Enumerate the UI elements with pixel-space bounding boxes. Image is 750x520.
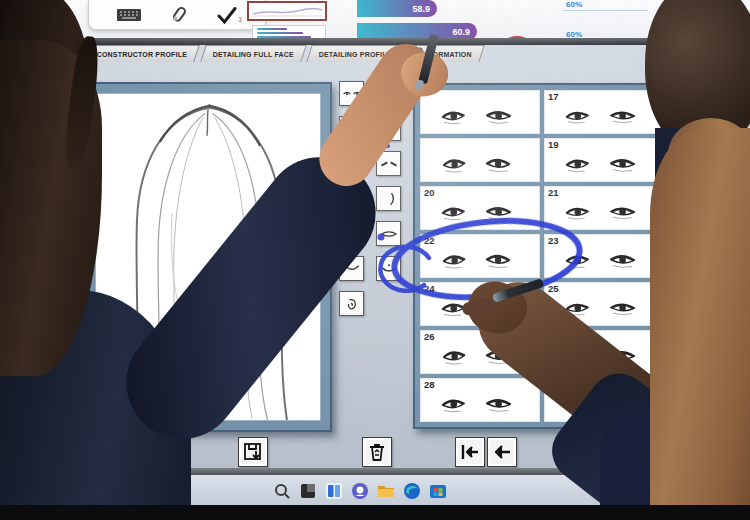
task-view-icon[interactable] <box>298 481 318 501</box>
right-woman-hair <box>650 128 750 520</box>
eye-option-cell[interactable]: 23 <box>544 234 664 278</box>
tab-constructor-profile[interactable]: CONSTRUCTOR PROFILE <box>84 45 200 62</box>
smile-tool-button[interactable] <box>376 256 401 281</box>
eyes-sketch <box>552 247 657 273</box>
eye-option-cell[interactable] <box>420 138 540 182</box>
eye-option-cell[interactable] <box>420 90 540 134</box>
keyboard-icon[interactable] <box>116 7 142 23</box>
whiteboard-annotation-toolbar <box>88 0 266 30</box>
bar-value-label: 58.9 <box>412 4 430 14</box>
cell-number: 26 <box>424 331 435 342</box>
cell-number: 24 <box>424 283 435 294</box>
first-page-button[interactable] <box>455 437 485 467</box>
cheek-line-tool-button[interactable] <box>376 186 401 211</box>
cheek-line-icon <box>379 191 399 207</box>
bar-value-label: 60.9 <box>452 27 470 37</box>
lips-shape-icon <box>379 226 399 242</box>
eyes-sketch <box>428 103 533 129</box>
eyes-sketch <box>428 391 533 417</box>
cell-number: 22 <box>424 235 435 246</box>
eye-option-cell[interactable]: 21 <box>544 186 664 230</box>
previous-page-icon <box>491 441 513 463</box>
eyes-sketch <box>430 246 532 273</box>
window-divider <box>0 38 750 45</box>
eye-option-cell[interactable]: 22 <box>420 234 540 278</box>
cell-number: 17 <box>548 91 559 102</box>
slide-number: 3 <box>238 16 242 23</box>
first-page-icon <box>459 441 481 463</box>
cell-number: 21 <box>548 187 559 198</box>
eyes-sketch <box>552 104 657 127</box>
eyes-sketch <box>552 200 657 223</box>
eyes-sketch <box>552 151 657 177</box>
eyes-sketch <box>428 199 533 225</box>
teams-icon[interactable] <box>350 481 370 501</box>
eyes-sketch <box>430 150 532 177</box>
cell-number: 20 <box>424 187 435 198</box>
smile-icon <box>379 261 399 277</box>
percent-label: 60% <box>566 0 626 9</box>
delete-button[interactable] <box>362 437 392 467</box>
cell-number: 28 <box>424 379 435 390</box>
eraser-icon[interactable] <box>169 5 189 25</box>
edge-icon[interactable] <box>402 481 422 501</box>
cell-number: 25 <box>548 283 559 294</box>
eye-option-cell[interactable]: 28 <box>420 378 540 422</box>
file-explorer-icon[interactable] <box>376 481 396 501</box>
gradient-bar-1: 58.9 <box>357 0 437 17</box>
touchscreen-photo: 58.9 60.9 60% 60% 3 <box>0 0 750 520</box>
save-button[interactable] <box>238 437 268 467</box>
slide-thumbnail-line-chart[interactable] <box>247 1 327 21</box>
eye-option-cell[interactable]: 19 <box>544 138 664 182</box>
widgets-icon[interactable] <box>324 481 344 501</box>
eye-option-cell[interactable]: 20 <box>420 186 540 230</box>
cell-number: 19 <box>548 139 559 150</box>
screen-bezel <box>0 505 750 520</box>
eyebrow-shape-icon <box>379 156 399 172</box>
ear-icon <box>342 296 362 312</box>
mini-bar <box>257 32 303 34</box>
microsoft-store-icon[interactable] <box>428 481 448 501</box>
trash-icon <box>366 441 388 463</box>
previous-page-button[interactable] <box>487 437 517 467</box>
lips-shape-tool-button[interactable] <box>376 221 401 246</box>
save-icon <box>242 441 264 463</box>
tab-detailing-full-face[interactable]: DETAILING FULL FACE <box>200 45 307 62</box>
search-icon[interactable] <box>272 481 292 501</box>
confirm-check-icon[interactable] <box>216 6 238 24</box>
divider-line <box>563 10 648 11</box>
eye-option-cell[interactable]: 17 <box>544 90 664 134</box>
cell-number: 23 <box>548 235 559 246</box>
ear-tool-button[interactable] <box>339 291 364 316</box>
mini-bar <box>257 28 287 30</box>
